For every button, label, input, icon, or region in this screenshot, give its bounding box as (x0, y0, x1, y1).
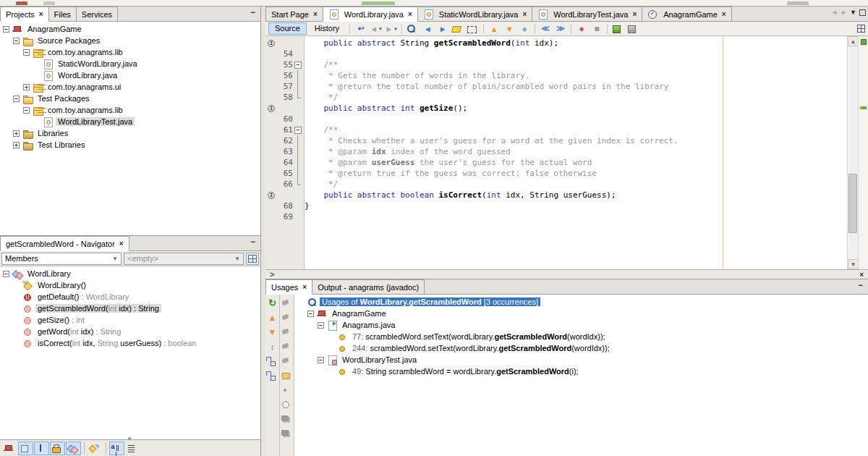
project-tree-node[interactable]: WordLibrary.java (0, 69, 260, 81)
tab-wordlibrarytest-java[interactable]: WordLibraryTest.java× (532, 7, 642, 21)
scroll-up-icon[interactable]: ▲ (848, 36, 859, 46)
scrollbar-thumb[interactable] (848, 174, 857, 233)
navigator-view-button[interactable] (246, 253, 259, 265)
stop-macro-recording-button[interactable]: ■ (590, 22, 604, 35)
close-icon[interactable]: × (859, 271, 864, 279)
close-icon[interactable]: × (38, 10, 43, 18)
close-icon[interactable]: × (521, 10, 527, 18)
show-anonymous-filter-button[interactable] (88, 442, 103, 455)
source-view-button[interactable]: Source (268, 22, 307, 35)
usage-result-node[interactable]: 244:scrambledWord.setText(wordLibrary.ge… (294, 342, 868, 354)
code-fold-icon[interactable] (293, 157, 303, 168)
code-fold-icon[interactable] (293, 59, 303, 70)
code-fold-icon[interactable] (293, 92, 303, 103)
logical-view-button[interactable] (266, 355, 279, 367)
next-occurrence-button[interactable]: ▼ (266, 326, 279, 338)
navigator-member-node[interactable]: WordLibrary() (0, 279, 260, 291)
project-tree-node[interactable]: WordLibraryTest.java (0, 116, 260, 127)
find-next-button[interactable]: ► (435, 22, 450, 35)
history-view-button[interactable]: History (308, 22, 346, 35)
close-icon[interactable]: × (720, 10, 726, 18)
project-tree-node[interactable]: −com.toy.anagrams.lib (0, 46, 260, 58)
tab-anagramgame[interactable]: AnagramGame× (642, 7, 731, 21)
project-tree-node[interactable]: −AnagramGame (0, 23, 260, 35)
scroll-tabs-left-icon[interactable]: ◄ (831, 9, 838, 16)
navigator-member-node[interactable]: getDefault() : WordLibrary (0, 291, 260, 303)
code-fold-icon[interactable] (293, 135, 303, 146)
shift-line-right-button[interactable]: ≫ (553, 22, 568, 35)
scroll-tabs-right-icon[interactable]: ► (841, 9, 847, 16)
editor-vertical-scrollbar[interactable]: ▲ ▼ (847, 36, 858, 269)
tab-projects[interactable]: Projects× (0, 7, 49, 22)
rectangular-selection-button[interactable] (466, 22, 480, 35)
maximize-window-icon[interactable] (859, 9, 866, 16)
tab-staticwordlibrary-java[interactable]: StaticWordLibrary.java× (417, 7, 532, 21)
previous-bookmark-button[interactable]: ▲ (487, 22, 501, 35)
project-tree-node[interactable]: +Libraries (0, 127, 260, 139)
code-fold-icon[interactable] (293, 146, 303, 157)
minimize-projects-button[interactable]: − (247, 9, 258, 16)
find-button[interactable] (405, 22, 420, 35)
toggle-bookmark-button[interactable]: ◆ (517, 22, 532, 35)
members-view-select[interactable]: Members ▼ (1, 253, 122, 265)
expand-collapse-button[interactable]: ↕ (266, 340, 279, 352)
usage-result-node[interactable]: Usages of WordLibrary.getScrambledWord [… (294, 296, 868, 308)
project-tree-node[interactable]: −Source Packages (0, 35, 260, 46)
navigator-member-node[interactable]: getScrambledWord(int idx) : String (0, 303, 260, 314)
collapse-icon[interactable]: − (3, 271, 9, 277)
expand-icon[interactable]: + (13, 142, 20, 148)
expand-icon[interactable]: + (23, 84, 30, 90)
split-document-icon[interactable] (857, 25, 865, 33)
tab-usages[interactable]: Usages× (265, 279, 312, 295)
project-tree-node[interactable]: +com.toy.anagrams.ui (0, 81, 260, 93)
collapse-icon[interactable]: − (23, 49, 30, 56)
shift-line-left-button[interactable]: ≪ (538, 22, 553, 35)
collapse-icon[interactable]: − (23, 107, 30, 114)
sort-alphabetically-button[interactable] (109, 442, 124, 455)
close-icon[interactable]: × (631, 10, 637, 18)
caret-position-mark[interactable] (860, 106, 867, 109)
project-tree-node[interactable]: StaticWordLibrary.java (0, 58, 260, 69)
project-tree-node[interactable]: −Test Packages (0, 93, 260, 104)
collapse-icon[interactable]: − (13, 96, 20, 102)
navigator-member-node[interactable]: isCorrect(int idx, String userGuess) : b… (0, 337, 260, 349)
error-stripe[interactable] (858, 36, 868, 269)
jump-last-edit-button[interactable]: ↩ (354, 22, 368, 35)
usage-result-node[interactable]: −AnagramGame (294, 308, 868, 319)
expand-icon[interactable]: + (13, 130, 20, 137)
physical-view-button[interactable] (266, 369, 279, 381)
minimize-navigator-button[interactable]: − (247, 238, 258, 245)
toggle-highlight-search-button[interactable] (451, 22, 465, 35)
navigator-member-node[interactable]: getWord(int idx) : String (0, 326, 260, 337)
show-fields-filter-button[interactable] (18, 442, 33, 455)
close-icon[interactable]: × (312, 10, 318, 18)
previous-occurrence-button[interactable]: ▲ (266, 311, 279, 324)
find-previous-button[interactable]: ◄ (420, 22, 435, 35)
comment-button[interactable] (610, 22, 625, 35)
sort-by-source-button[interactable] (125, 442, 140, 455)
tab-output-anagrams-javadoc-[interactable]: Output - anagrams (javadoc) (312, 279, 425, 294)
collapse-icon[interactable]: − (13, 38, 20, 44)
uncomment-button[interactable] (626, 22, 640, 35)
scroll-down-icon[interactable]: ▼ (848, 259, 859, 269)
code-fold-icon[interactable] (293, 124, 303, 135)
show-non-public-filter-button[interactable] (50, 442, 65, 455)
inherited-members-filter-button[interactable] (2, 442, 17, 455)
code-fold-icon[interactable] (293, 168, 303, 179)
project-tree-node[interactable]: −com.toy.anagrams.lib (0, 104, 260, 116)
tab-wordlibrary-java[interactable]: WordLibrary.java× (323, 7, 418, 22)
collapse-icon[interactable]: − (3, 26, 9, 33)
tab-list-dropdown-icon[interactable]: ▼ (850, 9, 856, 16)
close-icon[interactable]: × (301, 283, 307, 291)
show-static-filter-button[interactable] (34, 442, 49, 455)
code-fold-icon[interactable] (293, 179, 303, 190)
usage-result-node[interactable]: −WordLibraryTest.java (294, 354, 868, 366)
code-fold-icon[interactable] (293, 70, 303, 81)
code-editor[interactable]: I5455565758I60616263646566I6869 public a… (265, 36, 868, 269)
tab-services[interactable]: Services (76, 7, 118, 21)
project-tree-node[interactable]: +Test Libraries (0, 139, 260, 151)
next-bookmark-button[interactable]: ▼ (502, 22, 516, 35)
start-macro-recording-button[interactable]: ● (574, 22, 589, 35)
navigator-member-node[interactable]: getSize() : int (0, 314, 260, 326)
collapse-icon[interactable]: − (318, 322, 324, 329)
